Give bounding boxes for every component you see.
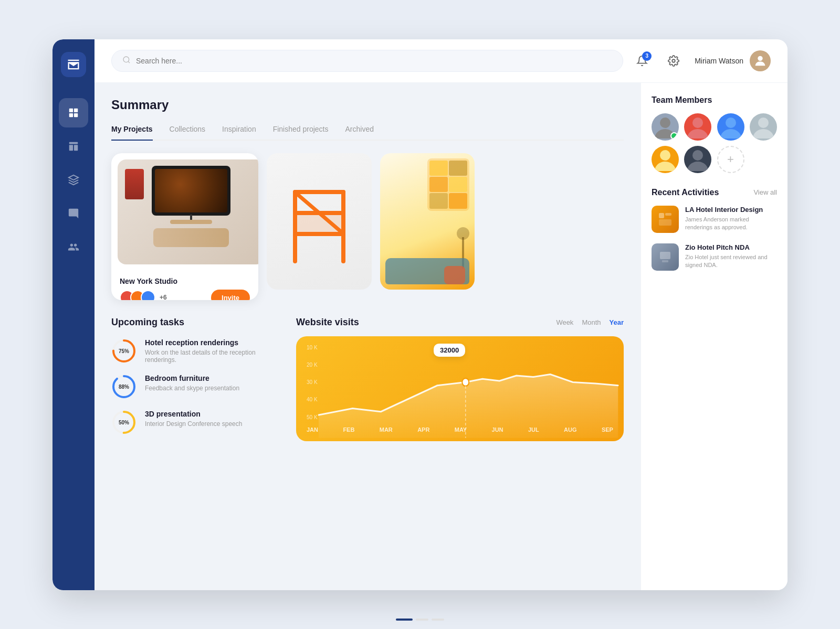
grid-icon xyxy=(68,107,79,119)
avatar-icon-5 xyxy=(652,146,679,173)
sidebar-item-users[interactable] xyxy=(59,232,88,262)
activity-thumb-1 xyxy=(652,206,679,233)
grid-cell xyxy=(429,193,448,208)
svg-rect-1 xyxy=(74,108,78,112)
notification-badge: 3 xyxy=(642,51,652,61)
grid-cell xyxy=(429,161,448,176)
tab-collections[interactable]: Collections xyxy=(170,125,205,141)
task-desc-2: Feedback and skype presentation xyxy=(145,385,279,392)
activity-desc-1: James Anderson marked renderings as appr… xyxy=(685,216,777,232)
header-actions: 3 Miriam Watson xyxy=(632,50,771,71)
project-name: New York Studio xyxy=(120,277,250,285)
website-visits-title: Website visits xyxy=(296,317,359,328)
team-avatar-3[interactable] xyxy=(717,113,744,141)
svg-point-23 xyxy=(660,118,670,128)
svg-rect-2 xyxy=(69,113,73,116)
activity-title-2: Zio Hotel Pitch NDA xyxy=(685,243,777,251)
header: 3 Miriam Watson xyxy=(94,39,788,83)
svg-point-25 xyxy=(726,118,736,128)
task-content-2: Bedroom furniture Feedback and skype pre… xyxy=(145,374,279,392)
svg-rect-16 xyxy=(293,211,345,236)
svg-point-8 xyxy=(672,59,675,62)
add-member-button[interactable]: + xyxy=(717,146,744,173)
svg-rect-5 xyxy=(69,145,73,151)
avatar-icon-4 xyxy=(750,113,777,141)
svg-rect-12 xyxy=(293,190,345,194)
tab-my-projects[interactable]: My Projects xyxy=(111,125,153,141)
search-input[interactable] xyxy=(136,57,612,65)
view-all-link[interactable]: View all xyxy=(753,188,777,196)
team-avatar-5[interactable] xyxy=(652,146,679,173)
task-progress-text-1: 75% xyxy=(119,348,129,354)
task-desc-3: Interior Design Conference speech xyxy=(145,420,279,428)
layout-icon xyxy=(68,141,79,152)
app-logo[interactable] xyxy=(61,52,86,77)
task-content-1: Hotel reception renderings Work on the l… xyxy=(145,338,279,364)
project-card-yellow[interactable] xyxy=(380,153,475,290)
project-thumbnail-new-york xyxy=(118,159,258,264)
team-avatar-2[interactable] xyxy=(684,113,711,141)
yellow-grid xyxy=(427,158,469,211)
tab-archived[interactable]: Archived xyxy=(345,125,374,141)
chart-area: 50 K 40 K 30 K 20 K 10 K xyxy=(296,336,624,441)
x-label-mar: MAR xyxy=(380,427,393,433)
x-label-may: MAY xyxy=(455,427,467,433)
svg-rect-6 xyxy=(74,145,78,151)
sofa xyxy=(385,258,469,284)
cushion xyxy=(444,266,465,284)
gear-icon xyxy=(668,55,679,67)
tv-neck xyxy=(190,215,192,220)
task-name-1: Hotel reception renderings xyxy=(145,338,279,347)
grid-cell xyxy=(429,177,448,192)
tv-screen xyxy=(155,169,227,212)
team-avatar-6[interactable] xyxy=(684,146,711,173)
settings-button[interactable] xyxy=(663,50,684,71)
x-label-aug: AUG xyxy=(564,427,576,433)
period-month[interactable]: Month xyxy=(582,318,601,326)
team-grid: + xyxy=(652,113,777,173)
svg-point-7 xyxy=(123,57,129,62)
projects-row: New York Studio +6 Invite xyxy=(111,153,624,300)
sidebar-item-layout[interactable] xyxy=(59,132,88,161)
chart-x-labels: JAN FEB MAR APR MAY JUN JUL AUG SEP xyxy=(307,427,613,433)
task-content-3: 3D presentation Interior Design Conferen… xyxy=(145,410,279,428)
tab-finished-projects[interactable]: Finished projects xyxy=(273,125,329,141)
recent-activities-section: Recent Activities View all xyxy=(652,188,777,281)
chart-header: Website visits Week Month Year xyxy=(296,317,624,328)
team-members-title: Team Members xyxy=(652,95,777,105)
svg-rect-31 xyxy=(659,219,671,226)
invite-button[interactable]: Invite xyxy=(211,290,250,300)
svg-rect-0 xyxy=(69,108,73,112)
sidebar-item-grid[interactable] xyxy=(59,98,88,127)
period-week[interactable]: Week xyxy=(556,318,573,326)
team-avatar-1[interactable] xyxy=(652,113,679,141)
user-name: Miriam Watson xyxy=(695,57,743,65)
period-year[interactable]: Year xyxy=(610,318,624,326)
chart-period-tabs: Week Month Year xyxy=(556,318,624,326)
user-info[interactable]: Miriam Watson xyxy=(695,50,771,71)
svg-rect-30 xyxy=(665,213,671,216)
activity-item-2[interactable]: Zio Hotel Pitch NDA Zio Hotel just sent … xyxy=(652,243,777,271)
project-card-orange[interactable] xyxy=(267,153,372,290)
task-item-2: 88% Bedroom furniture Feedback and skype… xyxy=(111,374,279,399)
search-bar[interactable] xyxy=(111,50,623,72)
lamp-head xyxy=(457,227,469,240)
avatar-icon-1 xyxy=(652,113,679,141)
task-name-2: Bedroom furniture xyxy=(145,374,279,382)
chat-icon xyxy=(68,208,79,219)
grid-cell xyxy=(449,177,467,192)
project-info-new-york: New York Studio +6 Invite xyxy=(111,271,258,300)
website-visits: Website visits Week Month Year 50 K xyxy=(296,317,624,445)
tab-inspiration[interactable]: Inspiration xyxy=(222,125,256,141)
sidebar-item-box[interactable] xyxy=(59,165,88,195)
notification-button[interactable]: 3 xyxy=(632,50,653,71)
team-avatar-4[interactable] xyxy=(750,113,777,141)
project-card-new-york[interactable]: New York Studio +6 Invite xyxy=(111,153,258,300)
mail-icon xyxy=(66,57,81,72)
sidebar-item-chat[interactable] xyxy=(59,199,88,228)
activity-item-1[interactable]: LA Hotel Interior Design James Anderson … xyxy=(652,206,777,233)
svg-point-28 xyxy=(692,150,703,161)
main-content: 3 Miriam Watson xyxy=(94,39,788,590)
activity-desc-2: Zio Hotel just sent reviewed and signed … xyxy=(685,253,777,270)
sidebar-navigation xyxy=(52,98,94,262)
